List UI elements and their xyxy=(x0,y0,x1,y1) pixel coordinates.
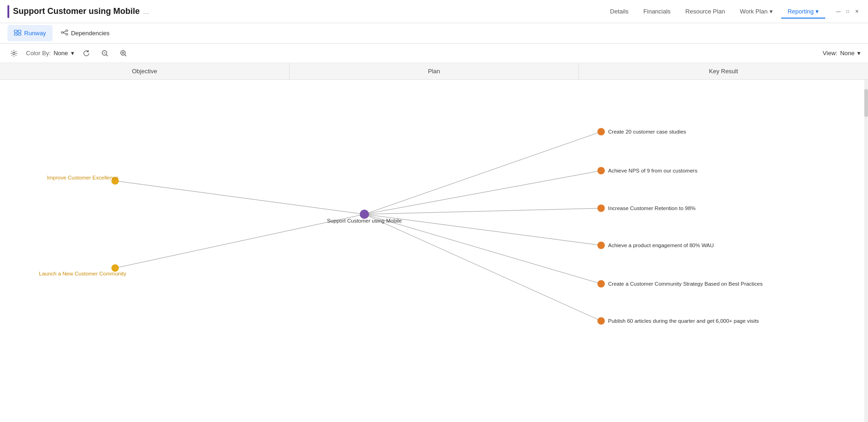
obj2-label: Launch a New Customer Community xyxy=(39,271,126,276)
tab-runway[interactable]: Runway xyxy=(7,25,52,41)
title-accent xyxy=(7,5,9,18)
color-by-arrow: ▾ xyxy=(71,50,74,57)
kr-node-4[interactable] xyxy=(597,242,605,249)
column-headers: Objective Plan Key Result xyxy=(0,63,868,80)
color-by-label: Color By: xyxy=(26,50,51,57)
svg-rect-0 xyxy=(14,30,17,32)
nav-financials[interactable]: Financials xyxy=(637,4,677,19)
col-header-plan: Plan xyxy=(290,63,579,79)
view-arrow: ▾ xyxy=(857,50,861,57)
col-header-key-result: Key Result xyxy=(579,63,868,79)
kr2-label: Achieve NPS of 9 from our customers xyxy=(608,168,698,173)
tab-bar: Runway Dependencies xyxy=(0,23,868,44)
svg-line-25 xyxy=(364,214,601,321)
settings-button[interactable] xyxy=(7,47,20,60)
kr1-label: Create 20 customer case studies xyxy=(608,129,686,134)
col-header-objective: Objective xyxy=(0,63,290,79)
zoom-in-button[interactable] xyxy=(117,47,130,60)
view-label: View: xyxy=(823,50,837,57)
svg-line-8 xyxy=(63,31,66,33)
nav-reporting-label: Reporting xyxy=(788,8,814,15)
title-bar: Support Customer using Mobile ... Detail… xyxy=(0,0,868,23)
nav-work-plan[interactable]: Work Plan ▾ xyxy=(733,4,779,19)
kr-node-1[interactable] xyxy=(597,128,605,135)
center-node[interactable] xyxy=(360,210,369,219)
tab-dependencies-label: Dependencies xyxy=(71,30,110,37)
nav-work-plan-arrow: ▾ xyxy=(770,8,773,15)
color-by-control[interactable]: Color By: None ▾ xyxy=(26,50,74,57)
svg-point-6 xyxy=(66,30,68,32)
obj1-label: Improve Customer Excellence xyxy=(47,175,118,180)
nav-resource-plan[interactable]: Resource Plan xyxy=(679,4,732,19)
svg-rect-1 xyxy=(18,30,21,32)
svg-line-21 xyxy=(364,171,601,214)
scrollbar-right[interactable] xyxy=(864,80,868,422)
svg-line-24 xyxy=(364,214,601,284)
toolbar: Color By: None ▾ View: None ▾ xyxy=(0,44,868,63)
tab-dependencies[interactable]: Dependencies xyxy=(54,25,116,41)
center-node-label: Support Customer using Mobile xyxy=(327,218,402,224)
svg-rect-4 xyxy=(18,33,21,35)
kr-node-6[interactable] xyxy=(597,317,605,325)
svg-point-10 xyxy=(13,52,15,54)
kr5-label: Create a Customer Community Strategy Bas… xyxy=(608,281,763,287)
kr4-label: Achieve a product engagement of 80% WAU xyxy=(608,243,714,248)
nav-work-plan-label: Work Plan xyxy=(740,8,768,15)
svg-line-9 xyxy=(63,32,66,34)
refresh-button[interactable] xyxy=(80,47,93,60)
diagram-area: Support Customer using Mobile Improve Cu… xyxy=(0,80,868,422)
svg-line-20 xyxy=(364,132,601,214)
view-control[interactable]: View: None ▾ xyxy=(823,50,861,57)
win-minimize[interactable]: — xyxy=(835,8,842,15)
kr6-label: Publish 60 articles during the quarter a… xyxy=(608,318,759,324)
nav-reporting[interactable]: Reporting ▾ xyxy=(781,4,825,19)
title-left: Support Customer using Mobile ... xyxy=(7,5,149,18)
dependencies-icon xyxy=(61,29,68,38)
svg-rect-3 xyxy=(14,33,17,35)
nav-links: Details Financials Resource Plan Work Pl… xyxy=(603,4,861,19)
win-close[interactable]: ✕ xyxy=(853,8,861,15)
window-controls: — □ ✕ xyxy=(835,8,861,15)
kr-node-5[interactable] xyxy=(597,280,605,288)
svg-line-18 xyxy=(115,181,364,214)
svg-line-13 xyxy=(106,55,108,56)
kr3-label: Increase Customer Retention to 98% xyxy=(608,205,696,211)
title-ellipsis[interactable]: ... xyxy=(143,8,149,15)
view-value: None xyxy=(840,50,855,57)
svg-line-22 xyxy=(364,208,601,214)
nav-reporting-arrow: ▾ xyxy=(816,8,819,15)
kr-node-2[interactable] xyxy=(597,167,605,174)
kr-node-3[interactable] xyxy=(597,205,605,212)
win-maximize[interactable]: □ xyxy=(844,8,851,15)
tab-runway-label: Runway xyxy=(24,30,46,37)
zoom-out-button[interactable] xyxy=(98,47,111,60)
svg-point-5 xyxy=(61,32,63,33)
runway-icon xyxy=(14,29,21,38)
color-by-value: None xyxy=(53,50,68,57)
nav-details[interactable]: Details xyxy=(603,4,635,19)
diagram-svg: Support Customer using Mobile Improve Cu… xyxy=(0,80,868,422)
svg-line-17 xyxy=(125,55,126,56)
svg-point-7 xyxy=(66,33,68,35)
scroll-thumb[interactable] xyxy=(864,89,868,117)
page-title: Support Customer using Mobile xyxy=(13,6,140,16)
